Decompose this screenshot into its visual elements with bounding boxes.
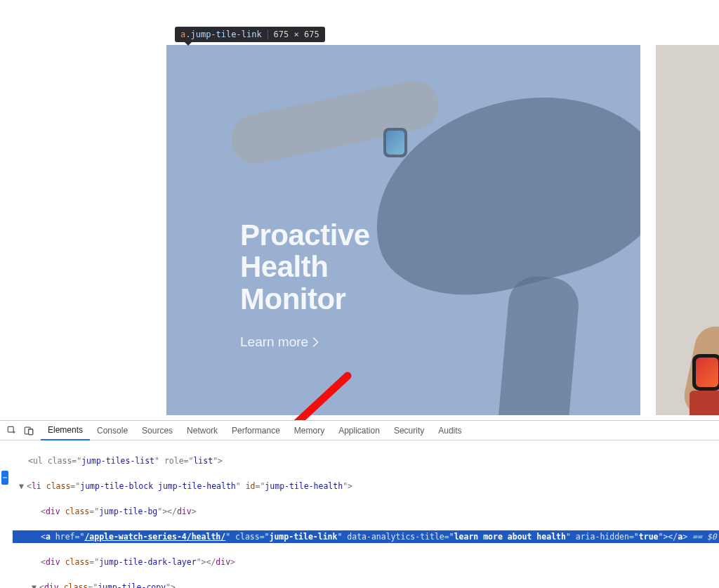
chevron-right-icon bbox=[312, 337, 319, 347]
elements-tree[interactable]: ⋯ <ul class="jump-tiles-list" role="list… bbox=[0, 440, 719, 588]
headline-line: Proactive bbox=[240, 218, 370, 251]
href-value[interactable]: /apple-watch-series-4/health/ bbox=[84, 532, 225, 542]
tab-sources[interactable]: Sources bbox=[135, 421, 180, 440]
svg-rect-0 bbox=[8, 426, 13, 432]
dom-row-selected[interactable]: <a href="/apple-watch-series-4/health/" … bbox=[13, 530, 719, 543]
tile-copy: Proactive Health Monitor Learn more bbox=[240, 219, 370, 350]
inspect-element-icon[interactable] bbox=[7, 426, 17, 436]
learn-more-label: Learn more bbox=[240, 334, 308, 350]
page-viewport: Proactive Health Monitor Learn more U V … bbox=[0, 0, 719, 420]
watch-band bbox=[690, 391, 719, 415]
tab-security[interactable]: Security bbox=[387, 421, 431, 440]
inspector-hover-tooltip: a.jump-tile-link 675 × 675 bbox=[175, 27, 325, 42]
headline-line: Monitor bbox=[240, 282, 345, 315]
tile-headline: Proactive Health Monitor bbox=[240, 219, 370, 315]
inspect-highlight-overlay bbox=[166, 45, 640, 415]
dom-row[interactable]: <div class="jump-tile-dark-layer"></div> bbox=[13, 556, 719, 568]
dom-row[interactable]: ▼<div class="jump-tile-copy"> bbox=[13, 581, 719, 588]
learn-more-link[interactable]: Learn more bbox=[240, 334, 319, 350]
headline-line: Health bbox=[240, 250, 328, 283]
tooltip-dimensions: 675 × 675 bbox=[268, 30, 319, 39]
watch-icon bbox=[692, 354, 719, 391]
jump-tile-health[interactable]: Proactive Health Monitor Learn more bbox=[166, 45, 640, 415]
jump-tile-next[interactable]: U V P L bbox=[656, 45, 719, 415]
tooltip-class: .jump-tile-link bbox=[185, 30, 261, 39]
dom-row[interactable]: ▼<li class="jump-tile-block jump-tile-he… bbox=[13, 480, 719, 492]
device-toolbar-icon[interactable] bbox=[24, 426, 34, 436]
tab-console[interactable]: Console bbox=[90, 421, 135, 440]
tab-elements[interactable]: Elements bbox=[41, 421, 90, 440]
devtools-tabstrip: Elements Console Sources Network Perform… bbox=[0, 421, 719, 440]
svg-rect-2 bbox=[29, 429, 33, 434]
tab-application[interactable]: Application bbox=[331, 421, 387, 440]
tab-network[interactable]: Network bbox=[180, 421, 225, 440]
tab-performance[interactable]: Performance bbox=[225, 421, 287, 440]
tab-memory[interactable]: Memory bbox=[287, 421, 331, 440]
breakpoint-gutter-icon[interactable]: ⋯ bbox=[1, 471, 8, 485]
tile-row: Proactive Health Monitor Learn more U V … bbox=[166, 45, 719, 415]
devtools-panel: Elements Console Sources Network Perform… bbox=[0, 420, 719, 588]
tab-audits[interactable]: Audits bbox=[431, 421, 468, 440]
dom-row[interactable]: <div class="jump-tile-bg"></div> bbox=[13, 505, 719, 518]
dom-row[interactable]: <ul class="jump-tiles-list" role="list"> bbox=[13, 455, 719, 467]
